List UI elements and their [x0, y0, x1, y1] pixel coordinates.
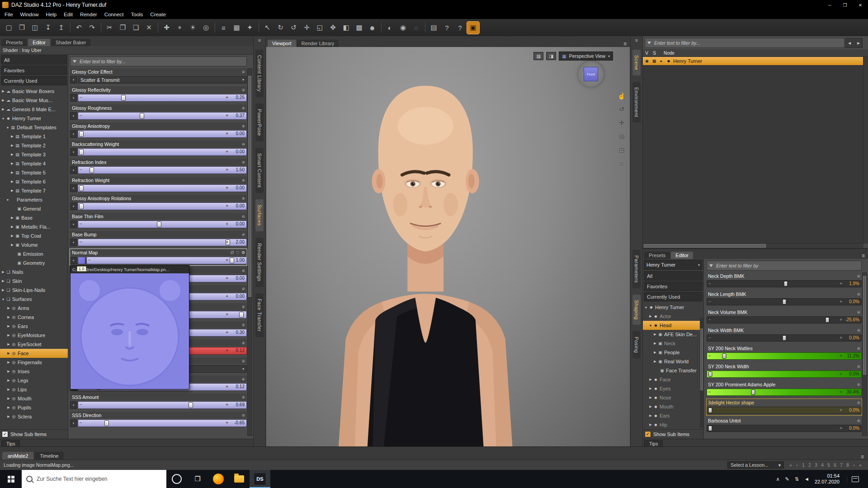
tree-item[interactable]: General [0, 204, 68, 213]
pager-item[interactable]: 4 [820, 463, 825, 468]
expand-arrow-icon[interactable]: ▶ [6, 370, 11, 373]
pane-menu-icon[interactable] [860, 253, 867, 259]
nested-toggle-icon[interactable] [70, 257, 77, 264]
expand-arrow-icon[interactable]: ▶ [653, 351, 657, 354]
tree-item[interactable]: ▶ Template 6 [0, 177, 68, 186]
parameter-menu-icon[interactable] [241, 88, 245, 92]
horizontal-scrollbar[interactable] [643, 243, 863, 248]
dock-tab[interactable]: Shaping [632, 295, 641, 325]
parameter-menu-icon[interactable] [241, 395, 245, 399]
parameter-menu-icon[interactable] [857, 400, 860, 405]
pager-item[interactable]: 6 [833, 463, 837, 468]
parameter-menu-icon[interactable] [857, 274, 860, 278]
slider-thumb[interactable] [751, 389, 755, 395]
slider-thumb[interactable] [157, 221, 161, 227]
filter-button[interactable]: All [1, 55, 67, 65]
parameter-slider[interactable]: 0.00 [78, 221, 247, 228]
morph-slider[interactable]: -25.6% [707, 316, 862, 324]
expand-arrow-icon[interactable]: ▶ [10, 135, 14, 138]
parameter-slider[interactable]: 0.69 [78, 401, 247, 409]
expand-arrow-icon[interactable]: ▶ [6, 406, 11, 409]
tree-item[interactable]: ▶ Template 7 [0, 186, 68, 195]
slider-thumb[interactable] [239, 312, 244, 318]
tree-item[interactable]: ▼ Head [643, 321, 703, 330]
menu-item[interactable]: Tools [127, 11, 146, 18]
scene-node-row[interactable]: Henry Turner [643, 57, 863, 65]
surface-filter-input[interactable] [79, 58, 244, 65]
parameter-dropdown[interactable]: Scatter & Transmit [78, 76, 247, 84]
file-explorer-button[interactable] [229, 470, 250, 488]
paste-icon[interactable]: ❏ [130, 22, 142, 34]
scene-info-icon[interactable]: ▤ [428, 22, 440, 34]
expand-arrow-icon[interactable]: ▶ [653, 342, 657, 345]
pane-menu-icon[interactable] [258, 37, 261, 43]
tree-item[interactable]: ▶ Volume [0, 240, 68, 249]
new-file-icon[interactable]: ▢ [3, 22, 15, 34]
parameter-menu-icon[interactable] [241, 359, 245, 363]
parameter-menu-icon[interactable] [241, 341, 245, 345]
tree-item[interactable]: ▶ Fingernails [0, 358, 68, 367]
scrollbar[interactable] [862, 272, 867, 436]
morph-slider[interactable]: 0.0% [707, 334, 862, 342]
tree-item[interactable]: ▶ Ears [0, 322, 68, 331]
tree-item[interactable]: ▶ Legs [0, 376, 68, 385]
tree-item[interactable]: ▶ Neck [643, 339, 703, 348]
slider-thumb[interactable] [90, 167, 94, 173]
home-view-icon[interactable]: ⌂ [617, 160, 626, 169]
tree-item[interactable]: ▼ Henry Turner [643, 303, 703, 312]
tree-item[interactable]: ▶ Base [0, 213, 68, 222]
nested-toggle-icon[interactable] [70, 94, 77, 102]
create-primitive-icon[interactable]: ✚ [160, 22, 173, 34]
tree-item[interactable]: ▶ Sclera [0, 412, 68, 421]
frame-view-icon[interactable]: ◳ [617, 146, 626, 155]
spot-render-icon[interactable]: ◐ [384, 22, 396, 34]
tree-item[interactable]: ▼ Henry Turner [0, 114, 68, 123]
morph-slider[interactable]: 30.4% [707, 389, 862, 396]
panel-tab[interactable]: Shader Baker [51, 39, 90, 46]
filter-button[interactable]: All [644, 271, 703, 281]
pager-item[interactable]: ‹ [795, 463, 799, 468]
nested-toggle-icon[interactable] [70, 239, 77, 246]
expand-arrow-icon[interactable]: ▶ [6, 397, 11, 400]
expand-arrow-icon[interactable]: ▶ [1, 270, 5, 274]
parameter-menu-icon[interactable] [857, 310, 860, 314]
tree-item[interactable]: ▶ Template 1 [0, 132, 68, 141]
tree-item[interactable]: Face Transfer [643, 366, 703, 375]
align-icon[interactable]: ≡ [217, 22, 230, 34]
nested-toggle-icon[interactable] [70, 184, 77, 192]
menu-item[interactable]: File [1, 11, 17, 18]
slider-thumb[interactable] [783, 281, 788, 286]
expand-arrow-icon[interactable]: ▶ [653, 333, 657, 336]
dock-tab[interactable]: Content Library [255, 50, 264, 97]
tree-item[interactable]: ▶ Metallic Fla... [0, 222, 68, 231]
pager-item[interactable]: 3 [814, 463, 818, 468]
parameter-menu-icon[interactable] [857, 346, 860, 351]
tree-item[interactable]: ▶ Lips [0, 385, 68, 394]
filter-button[interactable]: Favorites [1, 66, 67, 75]
universal-tool-icon[interactable]: ✥ [327, 22, 339, 34]
tree-item[interactable]: ▶ Template 4 [0, 159, 68, 168]
expand-arrow-icon[interactable]: ▶ [6, 306, 11, 310]
nested-toggle-icon[interactable] [70, 166, 77, 174]
help-icon[interactable]: ? [454, 22, 466, 34]
parameter-menu-icon[interactable] [241, 214, 245, 219]
expand-arrow-icon[interactable]: ▶ [6, 315, 11, 319]
pager-item[interactable]: » [858, 463, 863, 468]
camera-view-dropdown[interactable]: Perspective View [559, 52, 613, 61]
morph-slider[interactable]: 0.0% [707, 407, 862, 414]
surface-selection-tool-icon[interactable]: ◧ [340, 22, 352, 34]
expand-arrow-icon[interactable]: ▶ [6, 388, 11, 391]
tree-item[interactable]: ▶ Irises [0, 367, 68, 376]
lesson-dropdown[interactable]: Select a Lesson... [727, 461, 784, 469]
nested-toggle-icon[interactable] [70, 130, 77, 138]
create-camera-icon[interactable]: ⌖ [174, 22, 186, 34]
tree-item[interactable]: ▶ Template 3 [0, 150, 68, 159]
parameter-slider[interactable]: 0.00 [78, 202, 247, 210]
tree-item[interactable]: ▶ Face [643, 375, 703, 384]
cortana-button[interactable] [166, 470, 187, 488]
expand-arrow-icon[interactable]: ▶ [1, 99, 5, 102]
dock-tab[interactable]: Face Transfer [255, 293, 264, 337]
parameter-menu-icon[interactable] [241, 268, 245, 273]
viewport-tab[interactable]: Viewport [268, 40, 296, 47]
expand-arrow-icon[interactable]: ▶ [648, 405, 653, 408]
